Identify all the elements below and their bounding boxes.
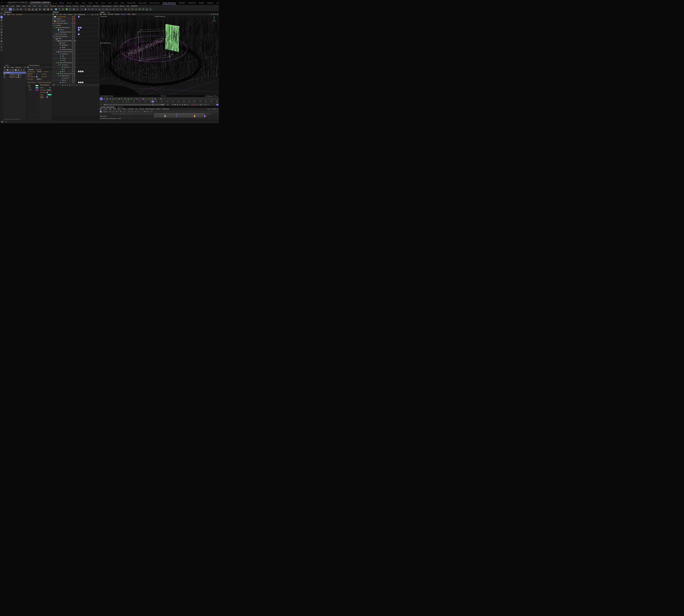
model-mode-button[interactable]: ◩: [0, 19, 3, 21]
dolly-icon[interactable]: ⇅: [217, 108, 218, 110]
dopesheet-tool-0[interactable]: ◈: [100, 110, 101, 113]
workplane-button[interactable]: ↕: [0, 37, 3, 39]
visibility-dots[interactable]: [74, 62, 75, 64]
layer-toggle-icon[interactable]: ∕: [72, 29, 73, 31]
anim-tool-6[interactable]: ◑: [118, 97, 121, 100]
mograph-cloner-button[interactable]: ❋: [62, 8, 65, 11]
layout-tab-paint[interactable]: Paint: [94, 2, 100, 5]
dopesheet-key[interactable]: 0: [164, 115, 165, 117]
anim-tool-4[interactable]: ⊞: [112, 97, 115, 100]
layer-toggle-icon[interactable]: ∕: [72, 42, 73, 44]
layer-toggle-icon[interactable]: ∕: [72, 69, 73, 70]
visibility-dots[interactable]: [74, 44, 75, 46]
visibility-dots[interactable]: [74, 18, 75, 20]
layout-tab-ryo2023_2[interactable]: Ryo2023_2: [206, 2, 215, 5]
menu-modes[interactable]: Modes: [15, 5, 21, 7]
home-icon[interactable]: ⌂: [209, 108, 210, 110]
particle-group-out[interactable]: OUT: [27, 89, 39, 91]
goto-start-button[interactable]: |◀: [172, 104, 174, 106]
record-ghost-button[interactable]: ◌: [190, 104, 192, 106]
dopesheet-tool-5[interactable]: ⊡: [109, 110, 111, 113]
live-selection-button[interactable]: ➤: [9, 8, 12, 11]
object-row[interactable]: ≋HighLight_Bit_Over∕✓: [52, 31, 99, 33]
visibility-dots[interactable]: [74, 29, 75, 31]
color-expand-icon[interactable]: ›: [46, 94, 47, 95]
layer-toggle-icon[interactable]: ∕: [72, 34, 73, 35]
dopesheet-tool-22[interactable]: ⌒: [139, 110, 141, 113]
layout-tab-uvcustom_2023[interactable]: UVCustom_2023: [215, 2, 219, 5]
attributes-menu-icon[interactable]: [4, 14, 5, 15]
layer-toggle-icon[interactable]: ∕: [72, 56, 73, 57]
layer-toggle-icon[interactable]: ∕: [72, 75, 73, 76]
tag-a-icon[interactable]: a: [82, 71, 84, 72]
dopesheet-tool-20[interactable]: ∿: [135, 110, 137, 113]
next-frame-button[interactable]: |▶: [181, 104, 184, 106]
menu-extensions[interactable]: Extensions: [92, 5, 100, 7]
menu-key[interactable]: Key: [135, 108, 138, 110]
anim-tool-18[interactable]: ▦: [154, 97, 157, 100]
points-mode-button[interactable]: ∴: [0, 22, 3, 24]
object-tool-button[interactable]: ⚙: [66, 84, 69, 86]
particle-group-color-swatch[interactable]: [36, 87, 39, 88]
layer-toggle-icon[interactable]: ∕: [72, 78, 73, 79]
take-gear-icon[interactable]: ⚙: [20, 76, 21, 78]
expand-toggle-icon[interactable]: −: [54, 27, 55, 28]
object-row[interactable]: ▲aIN_os∕✓aaa: [52, 70, 99, 72]
layer-toggle-icon[interactable]: ∕: [72, 58, 73, 59]
dopesheet-tool-9[interactable]: ⚑: [116, 110, 118, 113]
record-camera-button[interactable]: ◎: [195, 104, 197, 106]
objects-menu-icon[interactable]: [52, 14, 54, 15]
timeline-marker[interactable]: [126, 101, 127, 103]
home-icon[interactable]: ⌂: [93, 14, 94, 15]
layer-toggle-icon[interactable]: ∕: [72, 20, 73, 22]
use-color-checkbox[interactable]: ✓: [46, 92, 48, 93]
layout-tab-script[interactable]: Script: [113, 2, 119, 5]
layer-toggle-icon[interactable]: ∕: [72, 73, 73, 74]
take-marker-icon[interactable]: [4, 76, 5, 78]
layer-toggle-icon[interactable]: ∕: [72, 53, 73, 55]
tab-attributes[interactable]: Attributes: [3, 11, 12, 13]
tab-objects[interactable]: Objects: [52, 11, 60, 13]
dopesheet-tool-18[interactable]: ╲: [132, 110, 134, 113]
expand-toggle-icon[interactable]: −: [58, 64, 59, 66]
object-row[interactable]: ◉Target∕✓: [52, 46, 99, 48]
layer-toggle-icon[interactable]: ∕: [72, 25, 73, 26]
expand-toggle-icon[interactable]: +: [52, 18, 54, 20]
object-row[interactable]: Sphere∕✓◥: [52, 29, 99, 31]
object-row[interactable]: −ParticleSystemEffecter_LookCenter∕: [52, 40, 99, 42]
tag-a-icon[interactable]: a: [80, 82, 82, 83]
object-row[interactable]: ∴IN_os∕✓: [52, 68, 99, 70]
modeling-pen-button[interactable]: ✎: [0, 12, 3, 15]
take-camera-icon[interactable]: [18, 74, 19, 75]
expand-toggle-icon[interactable]: +: [52, 23, 54, 24]
menu-bookmarks[interactable]: Bookmarks: [161, 108, 170, 110]
undo-history-icon[interactable]: ↶: [0, 2, 3, 5]
st-tag-button[interactable]: ⌁: [80, 8, 84, 11]
timeline-ruler[interactable]: 0102030405060708090100110120130140150160…: [99, 101, 219, 103]
layer-toggle-icon[interactable]: ∕: [72, 18, 73, 20]
range-slider[interactable]: 0 F210 F: [103, 104, 165, 106]
maximize-view-icon[interactable]: [217, 14, 218, 15]
layer-toggle-icon[interactable]: ∕: [72, 80, 73, 81]
object-tool-button[interactable]: ▢: [71, 84, 73, 86]
layout-tab-groom[interactable]: Groom: [100, 2, 107, 5]
tag-a-icon[interactable]: a: [78, 71, 79, 72]
viewport-camera-label[interactable]: Default Camera ⧉: [155, 16, 166, 17]
layer-toggle-icon[interactable]: ∕: [72, 16, 73, 18]
menu-filter[interactable]: Filter: [112, 108, 117, 110]
visibility-dots[interactable]: [74, 40, 75, 42]
take-checkbox[interactable]: [15, 76, 17, 78]
anim-tool-8[interactable]: ✎: [124, 97, 127, 100]
object-tool-button[interactable]: ✎: [57, 84, 59, 86]
correction-button[interactable]: ⊡: [135, 8, 138, 11]
tag-corner-icon[interactable]: ◣: [80, 27, 82, 28]
menu-view[interactable]: View: [117, 108, 121, 110]
layer-toggle-icon[interactable]: ∕: [72, 66, 73, 68]
filter-icon[interactable]: [24, 67, 26, 68]
layout-tab-model[interactable]: Model: [74, 2, 80, 5]
dopesheet-tool-6[interactable]: ∷: [111, 110, 113, 113]
anim-tool-ghost[interactable]: ♙: [159, 97, 162, 100]
layout-tab-pavilion_2024_v2[interactable]: Pavilion_2024_v2: [148, 2, 161, 5]
object-row[interactable]: −⚙In_Particle∕✓: [52, 64, 99, 66]
object-tool-button[interactable]: ⋯: [78, 84, 80, 86]
